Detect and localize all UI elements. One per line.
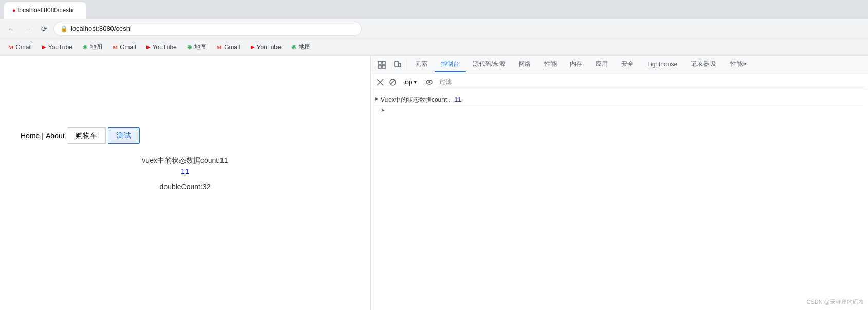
bookmark-gmail-2[interactable]: M Gmail — [108, 43, 140, 52]
bookmark-label-maps-1: 地图 — [90, 43, 102, 51]
console-icons — [375, 77, 398, 88]
devtools-panel: 元素 控制台 源代码/来源 网络 性能 内存 应用 安全 Lighthouse … — [370, 56, 868, 310]
devtools-toolbar: 元素 控制台 源代码/来源 网络 性能 内存 应用 安全 Lighthouse … — [371, 56, 868, 74]
webpage-content: Home | About 购物车 测试 vuex中的状态数据count:11 1… — [0, 56, 370, 204]
tab-bar: ● localhost:8080/ceshi — [0, 0, 868, 19]
console-expand-icon[interactable]: ▶ — [375, 96, 379, 101]
context-top-label: top — [403, 79, 412, 86]
tab-recorder[interactable]: 记录器 及 — [685, 57, 723, 72]
browser-chrome: ● localhost:8080/ceshi ← → ⟳ 🔒 localhost… — [0, 0, 868, 310]
tab-title: localhost:8080/ceshi — [18, 7, 74, 14]
nav-separator: | — [42, 132, 44, 140]
test-button[interactable]: 测试 — [108, 127, 140, 144]
lock-icon: 🔒 — [60, 25, 68, 32]
tab-memory[interactable]: 内存 — [564, 57, 588, 72]
console-log-text: Vuex中的状态数据count： 11 — [381, 96, 461, 104]
toolbar-separator-1 — [407, 60, 407, 70]
bookmark-label-maps-3: 地图 — [299, 43, 311, 51]
tab-performance[interactable]: 性能 — [538, 57, 563, 72]
gmail-icon-2: M — [113, 44, 118, 50]
address-bar[interactable]: 🔒 localhost:8080/ceshi — [53, 22, 362, 36]
console-block-icon[interactable] — [387, 77, 398, 88]
youtube-icon-3: ▶ — [251, 44, 255, 50]
reload-button[interactable]: ⟳ — [37, 22, 51, 36]
bookmark-label-gmail-3: Gmail — [224, 44, 240, 51]
bookmark-label-gmail-1: Gmail — [15, 44, 31, 51]
bookmark-maps-1[interactable]: ◉ 地图 — [79, 42, 106, 52]
vuex-double-count: doubleCount:32 — [21, 180, 349, 193]
maps-icon-3: ◉ — [291, 44, 297, 50]
console-log-key: Vuex中的状态数据count： — [381, 96, 453, 103]
console-filter-input[interactable] — [437, 77, 864, 87]
nav-home-link[interactable]: Home — [21, 132, 40, 140]
tab-security[interactable]: 安全 — [615, 57, 640, 72]
url-text: localhost:8080/ceshi — [71, 25, 132, 32]
bookmark-youtube-3[interactable]: ▶ YouTube — [247, 43, 285, 52]
svg-rect-1 — [382, 61, 385, 64]
vuex-state-line1: vuex中的状态数据count:11 — [21, 154, 349, 167]
active-tab[interactable]: ● localhost:8080/ceshi — [4, 2, 86, 19]
svg-rect-5 — [399, 63, 401, 67]
back-button[interactable]: ← — [4, 22, 19, 36]
cart-button[interactable]: 购物车 — [67, 127, 106, 144]
tab-network[interactable]: 网络 — [512, 57, 537, 72]
forward-button[interactable]: → — [21, 22, 35, 36]
svg-rect-4 — [395, 61, 398, 67]
console-clear-icon[interactable] — [375, 77, 386, 88]
tab-elements[interactable]: 元素 — [409, 57, 434, 72]
svg-point-11 — [428, 81, 430, 83]
youtube-icon-2: ▶ — [146, 44, 151, 50]
tab-lighthouse[interactable]: Lighthouse — [641, 58, 684, 72]
bookmark-label-youtube-2: YouTube — [153, 44, 177, 51]
console-log-entry: ▶ Vuex中的状态数据count： 11 — [375, 95, 864, 106]
bookmark-label-youtube-1: YouTube — [48, 44, 72, 51]
svg-rect-2 — [378, 65, 381, 68]
bookmark-youtube-2[interactable]: ▶ YouTube — [142, 43, 181, 52]
watermark: CSDN @天秤座的码农 — [807, 298, 864, 306]
bookmarks-bar: M Gmail ▶ YouTube ◉ 地图 M Gmail ▶ YouTube… — [0, 39, 868, 56]
bookmark-label-youtube-3: YouTube — [257, 44, 281, 51]
context-dropdown-icon: ▼ — [413, 80, 418, 85]
bookmark-maps-3[interactable]: ◉ 地图 — [287, 42, 315, 52]
console-toolbar: top ▼ — [371, 74, 868, 90]
nav-about-link[interactable]: About — [46, 132, 65, 140]
console-content: ▶ Vuex中的状态数据count： 11 ► — [371, 90, 868, 310]
tab-console[interactable]: 控制台 — [435, 57, 466, 72]
console-object-arrow[interactable]: ► — [375, 106, 864, 114]
bookmark-gmail-1[interactable]: M Gmail — [4, 43, 36, 52]
inspect-element-icon[interactable] — [375, 58, 389, 72]
gmail-icon-1: M — [8, 44, 13, 50]
bookmark-youtube-1[interactable]: ▶ YouTube — [38, 43, 77, 52]
tab-application[interactable]: 应用 — [589, 57, 614, 72]
console-log-value: 11 — [455, 96, 461, 103]
nav-bar: ← → ⟳ 🔒 localhost:8080/ceshi — [0, 19, 868, 39]
youtube-icon-1: ▶ — [42, 44, 46, 50]
svg-rect-0 — [378, 61, 381, 64]
eye-icon[interactable] — [423, 76, 435, 88]
tab-favicon: ● — [12, 7, 16, 13]
context-selector[interactable]: top ▼ — [400, 78, 421, 87]
bookmark-gmail-3[interactable]: M Gmail — [213, 43, 245, 52]
gmail-icon-3: M — [217, 44, 222, 50]
main-area: Home | About 购物车 测试 vuex中的状态数据count:11 1… — [0, 56, 868, 310]
tab-sources[interactable]: 源代码/来源 — [467, 57, 511, 72]
bookmark-label-maps-2: 地图 — [194, 43, 207, 51]
webpage: Home | About 购物车 测试 vuex中的状态数据count:11 1… — [0, 56, 370, 310]
maps-icon-1: ◉ — [83, 44, 88, 50]
bookmark-label-gmail-2: Gmail — [120, 44, 136, 51]
svg-line-9 — [390, 80, 395, 84]
bookmark-maps-2[interactable]: ◉ 地图 — [183, 42, 211, 52]
vuex-count-value: 11 — [21, 167, 349, 175]
device-toolbar-icon[interactable] — [390, 58, 404, 72]
svg-rect-3 — [382, 65, 385, 68]
maps-icon-2: ◉ — [187, 44, 192, 50]
webpage-nav: Home | About 购物车 测试 — [21, 127, 349, 144]
tab-perf-insights[interactable]: 性能» — [724, 57, 752, 72]
